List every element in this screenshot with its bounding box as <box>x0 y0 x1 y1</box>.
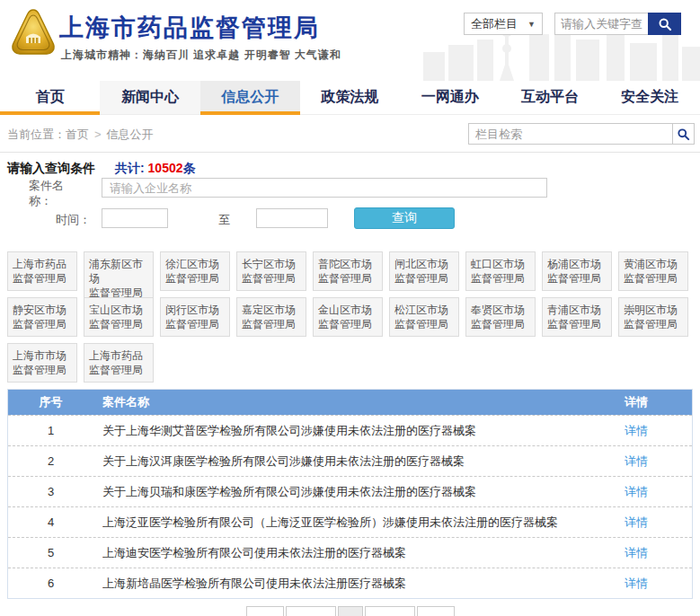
case-name: 关于上海贝瑞和康医学检验所有限公司涉嫌使用未依法注册的医疗器械案 <box>93 484 625 500</box>
agency-filter-button[interactable]: 崇明区市场 监督管理局 <box>618 297 688 337</box>
table-row: 6 上海新培晶医学检验所有限公司使用未依法注册医疗器械案 详情 <box>8 568 692 598</box>
nav-online-services[interactable]: 一网通办 <box>400 81 500 114</box>
site-header: 上海市药品监督管理局 上海城市精神：海纳百川 追求卓越 开明睿智 大气谦和 全部… <box>0 0 700 81</box>
case-table: 序号 案件名称 详情 1 关于上海华测艾普医学检验所有限公司涉嫌使用未依法注册的… <box>7 389 693 599</box>
nav-policies[interactable]: 政策法规 <box>300 81 400 114</box>
agency-filter-button[interactable]: 青浦区市场 监督管理局 <box>542 297 612 337</box>
breadcrumb-prefix: 当前位置： <box>7 128 66 141</box>
search-icon <box>658 17 672 31</box>
caret-down-icon: ▼ <box>527 20 536 29</box>
site-subtitle: 上海城市精神：海纳百川 追求卓越 开明睿智 大气谦和 <box>61 48 341 63</box>
row-number: 1 <box>8 424 93 437</box>
breadcrumb-bar: 当前位置：首页>信息公开 <box>0 115 700 153</box>
row-number: 4 <box>8 515 93 529</box>
keyword-search-input[interactable] <box>554 13 648 35</box>
nav-news[interactable]: 新闻中心 <box>100 81 199 114</box>
total-count-label: 共计: <box>115 161 148 175</box>
agency-filter-button[interactable]: 杨浦区市场 监督管理局 <box>542 251 612 291</box>
agency-filter-button[interactable]: 长宁区市场 监督管理局 <box>236 251 306 291</box>
agency-filter-button[interactable]: 闵行区市场 监督管理局 <box>160 297 230 337</box>
agency-filter-button[interactable]: 宝山区市场 监督管理局 <box>84 297 154 337</box>
time-from-input[interactable] <box>102 208 168 228</box>
detail-link[interactable]: 详情 <box>625 576 648 590</box>
agency-filter-button[interactable]: 嘉定区市场 监督管理局 <box>236 297 306 337</box>
detail-link[interactable]: 详情 <box>625 454 648 468</box>
case-name: 上海迪安医学检验所有限公司使用未依法注册的医疗器械案 <box>93 545 625 561</box>
detail-link[interactable]: 详情 <box>625 485 648 498</box>
case-name: 关于上海华测艾普医学检验所有限公司涉嫌使用未依法注册的医疗器械案 <box>93 423 625 439</box>
table-row: 3 关于上海贝瑞和康医学检验所有限公司涉嫌使用未依法注册的医疗器械案 详情 <box>8 476 692 506</box>
agency-filter-button[interactable]: 金山区市场 监督管理局 <box>313 297 383 337</box>
time-label: 时间： <box>56 212 91 228</box>
detail-link[interactable]: 详情 <box>625 424 648 437</box>
agency-filter-button[interactable]: 徐汇区市场 监督管理局 <box>160 251 230 291</box>
table-row: 1 关于上海华测艾普医学检验所有限公司涉嫌使用未依法注册的医疗器械案 详情 <box>8 415 692 445</box>
agency-filter-button[interactable]: 奉贤区市场 监督管理局 <box>465 297 536 337</box>
case-name-input[interactable] <box>102 178 547 198</box>
nav-interaction[interactable]: 互动平台 <box>500 81 599 114</box>
column-search-input[interactable] <box>468 123 673 145</box>
pagination-button-current[interactable] <box>338 606 363 616</box>
pagination-button[interactable] <box>365 606 415 616</box>
case-name: 关于上海汉洱康医学检验所有限公司涉嫌使用未依法注册的医疗器械案 <box>93 453 625 470</box>
query-section: 请输入查询条件 共计: 10502条 案件名称： 时间： 至 查询 <box>0 153 700 244</box>
breadcrumb-current-link[interactable]: 信息公开 <box>107 128 154 141</box>
agency-filter-button[interactable]: 虹口区市场 监督管理局 <box>465 251 536 291</box>
agency-filter-grid: 上海市药品 监督管理局 浦东新区市场 监督管理局 徐汇区市场 监督管理局 长宁区… <box>0 244 700 383</box>
query-submit-button[interactable]: 查询 <box>354 207 455 229</box>
detail-link[interactable]: 详情 <box>625 546 648 559</box>
table-header-detail: 详情 <box>625 394 692 410</box>
agency-filter-button[interactable]: 静安区市场 监督管理局 <box>7 297 77 337</box>
agency-filter-button[interactable]: 上海市市场 监督管理局 <box>7 343 77 383</box>
total-count: 共计: 10502条 <box>115 161 196 177</box>
pagination <box>0 606 700 616</box>
breadcrumb: 当前位置：首页>信息公开 <box>7 127 154 143</box>
site-title: 上海市药品监督管理局 <box>59 12 320 44</box>
query-title: 请输入查询条件 <box>7 161 95 177</box>
agency-logo-icon <box>9 7 58 59</box>
row-number: 3 <box>8 485 93 498</box>
agency-filter-button[interactable]: 黄浦区市场 监督管理局 <box>618 251 688 291</box>
total-count-value: 10502 <box>148 161 183 175</box>
keyword-search-button[interactable] <box>648 13 681 35</box>
pagination-button[interactable] <box>417 606 455 616</box>
agency-filter-button[interactable]: 闸北区市场 监督管理局 <box>389 251 459 291</box>
nav-info-disclosure[interactable]: 信息公开 <box>200 81 300 114</box>
total-count-unit: 条 <box>183 161 196 175</box>
row-number: 2 <box>8 454 93 468</box>
row-number: 6 <box>8 576 93 590</box>
table-header-name: 案件名称 <box>93 394 625 410</box>
case-name: 上海泛亚医学检验所有限公司（上海泛亚医学检验所）涉嫌使用未依法注册的医疗器械案 <box>93 515 625 531</box>
agency-filter-button[interactable]: 上海市药品 监督管理局 <box>84 343 154 383</box>
time-to-input[interactable] <box>256 208 328 228</box>
agency-filter-button[interactable]: 松江区市场 监督管理局 <box>389 297 459 337</box>
table-row: 2 关于上海汉洱康医学检验所有限公司涉嫌使用未依法注册的医疗器械案 详情 <box>8 445 692 476</box>
table-header-no: 序号 <box>8 394 93 410</box>
row-number: 5 <box>8 546 93 559</box>
column-search-button[interactable] <box>673 123 695 145</box>
case-name: 上海新培晶医学检验所有限公司使用未依法注册医疗器械案 <box>93 576 625 592</box>
table-header-row: 序号 案件名称 详情 <box>8 390 692 415</box>
pagination-button[interactable] <box>286 606 336 616</box>
breadcrumb-home-link[interactable]: 首页 <box>66 128 89 141</box>
channel-select-value: 全部栏目 <box>471 16 518 32</box>
nav-home[interactable]: 首页 <box>0 81 100 114</box>
agency-filter-button[interactable]: 普陀区市场 监督管理局 <box>313 251 383 291</box>
table-row: 5 上海迪安医学检验所有限公司使用未依法注册的医疗器械案 详情 <box>8 537 692 568</box>
search-icon <box>677 128 690 141</box>
main-nav: 首页 新闻中心 信息公开 政策法规 一网通办 互动平台 安全关注 <box>0 81 700 115</box>
case-name-label: 案件名称： <box>29 178 72 208</box>
pagination-button[interactable] <box>246 606 284 616</box>
breadcrumb-separator: > <box>94 128 102 141</box>
channel-select[interactable]: 全部栏目 ▼ <box>464 13 543 35</box>
detail-link[interactable]: 详情 <box>625 515 648 529</box>
header-search-area: 全部栏目 ▼ <box>464 13 681 35</box>
nav-safety[interactable]: 安全关注 <box>600 81 700 114</box>
agency-filter-button[interactable]: 上海市药品 监督管理局 <box>7 251 77 291</box>
time-to-label: 至 <box>218 212 230 228</box>
table-row: 4 上海泛亚医学检验所有限公司（上海泛亚医学检验所）涉嫌使用未依法注册的医疗器械… <box>8 506 692 537</box>
